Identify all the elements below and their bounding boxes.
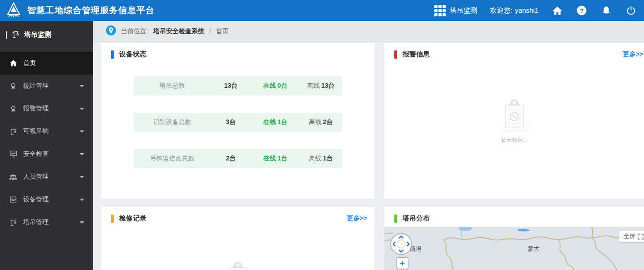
- sidebar-item-statistics[interactable]: 统计管理: [0, 75, 93, 97]
- row-online: 在线1台: [251, 155, 300, 163]
- panel-title: 塔吊分布: [402, 214, 430, 223]
- row-online: 在线0台: [251, 82, 300, 90]
- no-data-clipboard-icon: [495, 98, 534, 133]
- sidebar-item-label: 统计管理: [23, 82, 49, 90]
- no-data-clipboard-icon: [218, 260, 257, 270]
- row-total: 13台: [211, 82, 251, 90]
- crane-distribution-map[interactable]: + 斯坦 蒙古 全屏: [384, 227, 644, 270]
- medal-icon: [9, 105, 18, 113]
- sidebar-item-label: 塔吊管理: [23, 218, 49, 226]
- app-switcher[interactable]: 塔吊监测: [434, 5, 477, 16]
- panel-accent-bar: [394, 215, 397, 223]
- panel-title: 设备状态: [119, 50, 146, 59]
- device-status-table: 塔吊总数 13台 在线0台 离线13台 识别设备总数 3台 在线1台 离线2台 …: [101, 63, 374, 168]
- row-label: 吊钩监控点总数: [134, 155, 211, 163]
- app-root: 智慧工地综合管理服务信息平台 塔吊监测 欢迎您: yanshi1 ?: [0, 0, 644, 270]
- sidebar-item-visual-hook[interactable]: 可视吊钩: [0, 120, 93, 143]
- sidebar-item-crane-mgmt[interactable]: 塔吊管理: [0, 211, 93, 234]
- sidebar-item-home[interactable]: 首页: [0, 52, 93, 75]
- map-terrain: [384, 227, 644, 270]
- sidebar-item-alarms[interactable]: 报警管理: [0, 97, 93, 120]
- device-box-icon: [9, 196, 18, 203]
- chevron-down-icon: [80, 85, 84, 87]
- row-offline: 离线2台: [300, 118, 342, 126]
- map-zoom-in-button[interactable]: +: [396, 257, 408, 269]
- panel-title: 报警信息: [402, 50, 430, 59]
- breadcrumb-root[interactable]: 塔吊安全检查系统: [153, 27, 204, 35]
- sidebar-item-label: 报警管理: [23, 105, 49, 113]
- more-link[interactable]: 更多>>: [623, 50, 643, 59]
- tower-crane-icon: [9, 219, 18, 226]
- location-pin-icon: [106, 25, 116, 37]
- sidebar-menu: 首页 统计管理 报警管理: [0, 49, 93, 234]
- breadcrumb-separator: /: [209, 28, 211, 35]
- chevron-down-icon: [80, 130, 84, 133]
- username: yanshi1: [515, 6, 538, 15]
- sidebar-item-label: 安全检查: [23, 150, 49, 158]
- map-fullscreen-button[interactable]: 全屏: [619, 231, 644, 242]
- people-icon: [9, 174, 18, 180]
- row-online: 在线1台: [251, 118, 300, 126]
- sidebar-item-label: 首页: [23, 59, 36, 67]
- row-offline: 离线1台: [300, 155, 342, 163]
- chevron-down-icon: [80, 221, 84, 224]
- panel-accent-bar: [111, 50, 114, 59]
- tower-crane-icon: [9, 128, 18, 135]
- sidebar-item-devices[interactable]: 设备管理: [0, 188, 93, 211]
- sidebar-collapse-bar: [6, 31, 7, 39]
- logout-power-icon[interactable]: [625, 5, 637, 16]
- sidebar: 塔吊监测 首页 统计管理 报警管理: [0, 21, 93, 270]
- panel-maintenance-records: 检修记录 更多>>: [101, 207, 374, 270]
- welcome-label: 欢迎您:: [490, 6, 512, 15]
- notifications-bell-icon[interactable]: [600, 5, 612, 16]
- chevron-down-icon: [80, 153, 84, 155]
- empty-state: 暂无数据...: [495, 98, 534, 144]
- panel-crane-distribution: 塔吊分布: [384, 207, 644, 270]
- table-row: 吊钩监控点总数 2台 在线1台 离线1台: [134, 149, 342, 168]
- home-icon[interactable]: [551, 5, 563, 16]
- empty-state-text: 暂无数据...: [495, 136, 534, 144]
- medal-icon: [9, 82, 18, 90]
- panel-title: 检修记录: [119, 214, 146, 223]
- sidebar-item-label: 可视吊钩: [23, 127, 49, 135]
- sidebar-item-safety-check[interactable]: 安全检查: [0, 143, 93, 165]
- monitor-icon: [9, 150, 18, 158]
- row-label: 识别设备总数: [134, 118, 211, 126]
- fullscreen-icon: [638, 234, 644, 240]
- svg-text:?: ?: [580, 7, 584, 14]
- row-offline: 离线13台: [300, 82, 342, 90]
- more-link[interactable]: 更多>>: [347, 215, 367, 223]
- sidebar-title: 塔吊监测: [24, 30, 51, 39]
- chevron-down-icon: [80, 176, 84, 178]
- table-row: 识别设备总数 3台 在线1台 离线2台: [134, 113, 342, 132]
- map-pan-control[interactable]: [390, 233, 413, 257]
- app-switcher-label: 塔吊监测: [450, 6, 477, 15]
- panel-device-status: 设备状态 塔吊总数 13台 在线0台 离线13台 识别设备总数 3台 在线1台 …: [101, 43, 374, 199]
- map-label: 斯坦: [410, 245, 422, 253]
- panel-alarm-info: 报警信息 更多>>: [384, 43, 644, 199]
- chevron-down-icon: [80, 108, 84, 110]
- top-header: 智慧工地综合管理服务信息平台 塔吊监测 欢迎您: yanshi1 ?: [0, 0, 644, 21]
- home-icon: [9, 60, 18, 67]
- dashboard-content: 设备状态 塔吊总数 13台 在线0台 离线13台 识别设备总数 3台 在线1台 …: [93, 42, 644, 270]
- empty-state: [218, 260, 257, 270]
- sidebar-item-personnel[interactable]: 人员管理: [0, 165, 93, 188]
- sidebar-item-label: 人员管理: [23, 173, 49, 181]
- main-area: 当前位置: 塔吊安全检查系统 / 首页 设备状态 塔吊总数 13台 在线0台 离…: [93, 21, 644, 270]
- chevron-down-icon: [80, 199, 84, 201]
- panel-accent-bar: [394, 50, 397, 59]
- welcome-text: 欢迎您: yanshi1: [490, 6, 538, 15]
- row-label: 塔吊总数: [134, 82, 211, 90]
- breadcrumb-current[interactable]: 首页: [216, 27, 229, 35]
- sidebar-title-bar: 塔吊监测: [0, 21, 93, 49]
- app-title: 智慧工地综合管理服务信息平台: [27, 5, 155, 16]
- breadcrumb: 当前位置: 塔吊安全检查系统 / 首页: [93, 21, 644, 42]
- help-icon[interactable]: ?: [576, 5, 588, 16]
- row-total: 3台: [211, 118, 251, 126]
- map-label: 蒙古: [528, 245, 539, 253]
- tower-crane-icon: [11, 30, 20, 40]
- table-row: 塔吊总数 13台 在线0台 离线13台: [134, 76, 342, 95]
- grid-menu-icon: [434, 5, 446, 16]
- app-logo-icon: [5, 2, 22, 19]
- breadcrumb-prefix: 当前位置:: [121, 27, 148, 35]
